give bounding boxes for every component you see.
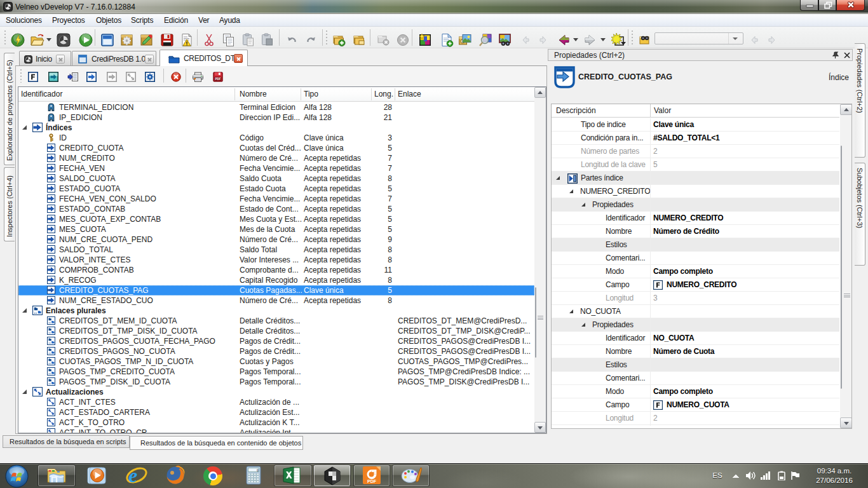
svg-text:0: 0 [257, 469, 259, 473]
svg-text:e: e [128, 464, 137, 487]
svg-text:PDF: PDF [367, 479, 377, 484]
svg-text:PDF: PDF [215, 78, 220, 81]
